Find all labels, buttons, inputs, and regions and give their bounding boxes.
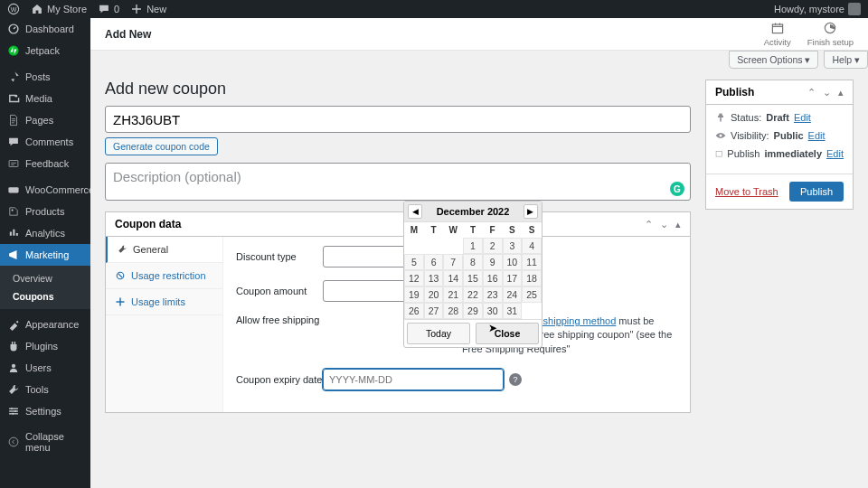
datepicker-day[interactable]: 9: [483, 254, 503, 270]
site-name-link[interactable]: My Store: [31, 3, 87, 15]
datepicker-day[interactable]: 12: [404, 270, 424, 286]
grammarly-icon[interactable]: G: [670, 182, 684, 196]
box-move-down[interactable]: ⌄: [660, 219, 668, 230]
marketing-icon: [7, 249, 20, 261]
sidebar-sub-overview[interactable]: Overview: [0, 269, 90, 287]
move-to-trash-link[interactable]: Move to Trash: [715, 186, 778, 197]
datepicker-day[interactable]: 11: [522, 254, 542, 270]
datepicker-day[interactable]: 3: [503, 238, 523, 254]
coupon-amount-label: Coupon amount: [236, 286, 323, 296]
coupon-description-input[interactable]: Description (optional) G: [105, 163, 691, 201]
datepicker-day[interactable]: 19: [404, 286, 424, 303]
datepicker-day[interactable]: 2: [483, 238, 503, 254]
expiry-date-label: Coupon expiry date: [236, 374, 323, 385]
howdy-link[interactable]: Howdy, mystore: [774, 3, 861, 15]
datepicker-dow: T: [463, 222, 483, 238]
datepicker-day[interactable]: 29: [463, 303, 483, 319]
sidebar-item-appearance[interactable]: Appearance: [0, 314, 90, 335]
plus-icon: [130, 3, 143, 15]
sidebar-item-pages[interactable]: Pages: [0, 109, 90, 131]
datepicker-day[interactable]: 28: [443, 303, 463, 319]
datepicker-day[interactable]: 8: [463, 254, 483, 270]
sidebar-item-tools[interactable]: Tools: [0, 379, 90, 400]
sidebar-item-jetpack[interactable]: Jetpack: [0, 40, 90, 61]
publish-button[interactable]: Publish: [789, 182, 844, 202]
sidebar-item-settings[interactable]: Settings: [0, 400, 90, 422]
box-toggle[interactable]: ▴: [838, 87, 844, 99]
sidebar-item-users[interactable]: Users: [0, 357, 90, 379]
datepicker-day[interactable]: 23: [483, 286, 503, 303]
free-shipping-label: Allow free shipping: [236, 314, 323, 325]
new-content-link[interactable]: New: [130, 3, 166, 15]
sidebar-collapse[interactable]: Collapse menu: [0, 427, 90, 457]
datepicker-day[interactable]: 22: [463, 286, 483, 303]
datepicker-prev[interactable]: ◀: [408, 204, 422, 219]
activity-button[interactable]: Activity: [764, 21, 791, 47]
datepicker-day[interactable]: 14: [443, 270, 463, 286]
tab-usage-limits[interactable]: Usage limits: [106, 289, 222, 315]
finish-setup-button[interactable]: Finish setup: [807, 21, 854, 47]
sidebar-item-products[interactable]: Products: [0, 201, 90, 222]
tab-usage-restriction[interactable]: Usage restriction: [106, 263, 222, 289]
datepicker-dow: T: [424, 222, 444, 238]
datepicker-day[interactable]: 6: [424, 254, 444, 270]
datepicker-day[interactable]: 13: [424, 270, 444, 286]
datepicker-day[interactable]: 24: [503, 286, 523, 303]
datepicker-dow: S: [522, 222, 542, 238]
sidebar-item-analytics[interactable]: Analytics: [0, 222, 90, 244]
site-name: My Store: [47, 4, 87, 14]
datepicker-day[interactable]: 1: [463, 238, 483, 254]
datepicker-today[interactable]: Today: [407, 323, 470, 344]
wp-logo[interactable]: W: [7, 3, 20, 15]
sidebar-item-posts[interactable]: Posts: [0, 66, 90, 88]
sidebar-item-plugins[interactable]: Plugins: [0, 335, 90, 357]
sidebar-item-label: Plugins: [25, 341, 58, 352]
woo-icon: [7, 183, 20, 196]
visibility-edit-link[interactable]: Edit: [808, 130, 826, 141]
datepicker-day[interactable]: 20: [424, 286, 444, 303]
sidebar-item-media[interactable]: Media: [0, 88, 90, 109]
sidebar-item-dashboard[interactable]: Dashboard: [0, 18, 90, 40]
datepicker-day[interactable]: 25: [522, 286, 542, 303]
datepicker-day[interactable]: 15: [463, 270, 483, 286]
publish-time-edit-link[interactable]: Edit: [826, 148, 844, 159]
comments-count: 0: [114, 4, 119, 14]
datepicker-day[interactable]: 26: [404, 303, 424, 319]
datepicker-day[interactable]: 21: [443, 286, 463, 303]
status-edit-link[interactable]: Edit: [794, 112, 811, 123]
generate-code-button[interactable]: Generate coupon code: [105, 137, 218, 155]
sidebar-item-feedback[interactable]: Feedback: [0, 153, 90, 174]
datepicker-day[interactable]: 4: [522, 238, 542, 254]
datepicker-day[interactable]: 10: [503, 254, 523, 270]
box-move-up[interactable]: ⌃: [807, 87, 816, 99]
box-move-up[interactable]: ⌃: [645, 219, 653, 230]
coupon-code-input[interactable]: [105, 106, 691, 133]
box-toggle[interactable]: ▴: [675, 219, 681, 230]
datepicker-day[interactable]: 17: [503, 270, 523, 286]
comments-link[interactable]: 0: [98, 3, 119, 15]
sidebar-sub-coupons[interactable]: Coupons: [0, 287, 90, 305]
expiry-date-input[interactable]: [323, 369, 504, 390]
datepicker-day[interactable]: 5: [404, 254, 424, 270]
help-toggle[interactable]: Help ▾: [824, 51, 868, 69]
datepicker-next[interactable]: ▶: [524, 204, 538, 219]
sidebar-item-label: Settings: [25, 406, 61, 417]
datepicker-day[interactable]: 16: [483, 270, 503, 286]
box-move-down[interactable]: ⌄: [823, 87, 831, 99]
sidebar-item-woocommerce[interactable]: WooCommerce: [0, 179, 90, 201]
sidebar-item-comments[interactable]: Comments: [0, 131, 90, 153]
tab-label: Usage limits: [131, 296, 185, 307]
help-icon[interactable]: ?: [509, 373, 522, 386]
tab-general[interactable]: General: [106, 237, 222, 263]
datepicker-day[interactable]: 18: [522, 270, 542, 286]
datepicker-day[interactable]: 30: [483, 303, 503, 319]
main-content: Add New Activity Finish setup Screen Opt…: [90, 18, 868, 488]
datepicker-day[interactable]: 7: [443, 254, 463, 270]
screen-options-toggle[interactable]: Screen Options ▾: [729, 51, 818, 69]
svg-rect-19: [716, 151, 722, 156]
datepicker-day[interactable]: 27: [424, 303, 444, 319]
admin-sidebar: Dashboard Jetpack Posts Media Pages Comm…: [0, 18, 90, 488]
datepicker-close[interactable]: Close: [476, 323, 539, 344]
datepicker-day[interactable]: 31: [503, 303, 523, 319]
sidebar-item-marketing[interactable]: Marketing: [0, 244, 90, 266]
